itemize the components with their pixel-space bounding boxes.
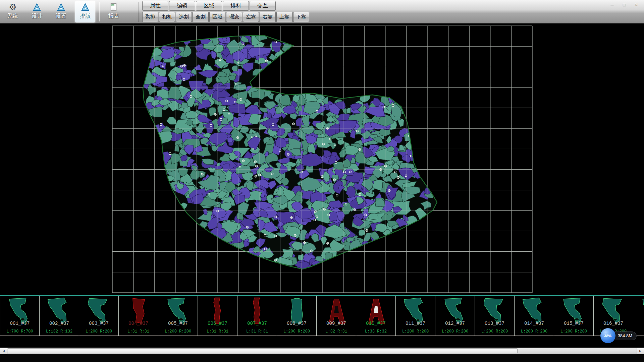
app-button-settings[interactable]: 设置 [51,1,71,22]
thumbnail-cell-002_#37[interactable]: 002_#37L:132 R:132 [40,296,79,336]
piece-lr-count: L:200 R:200 [396,329,435,334]
status-indicator: 38% 384.8M [600,328,637,343]
piece-name: 001_#37 [0,321,39,326]
action-button-snap-bottom[interactable]: 下靠 [293,12,309,22]
app-button-label: 系统 [7,13,18,20]
piece-lr-count: L:32 R:31 [317,329,356,334]
close-button[interactable]: ✕ [632,1,641,8]
progress-badge: 38% [600,328,615,343]
piece-name: 014_#37 [515,321,554,326]
thumbnail-cell-008_#37[interactable]: 008_#37L:200 R:200 [277,296,317,336]
h-scrollbar[interactable]: ◄ ► [0,348,644,354]
piece-name: 002_#37 [40,321,79,326]
piece-lr-count: L:200 R:200 [435,329,475,334]
minimize-button[interactable]: ─ [608,1,616,8]
thumbnail-cell-013_#37[interactable]: 013_#37L:200 R:200 [475,296,515,336]
thumbnail-cell-005_#37[interactable]: 005_#37L:200 R:200 [158,296,198,336]
action-bar: 聚排相机选割全割区域瑕疵左靠右靠上靠下靠 [142,12,309,22]
scroll-left-button[interactable]: ◄ [0,348,7,354]
titlebar: ⚙系统设计设置排版报表 属性编辑区域排料交互 聚排相机选割全割区域瑕疵左靠右靠上… [0,0,644,23]
app-button-system[interactable]: ⚙系统 [3,1,23,22]
action-button-defect[interactable]: 瑕疵 [226,12,242,22]
report-icon [110,2,118,12]
piece-lr-count: L:31 R:31 [237,329,277,334]
bottom-status-bar [0,354,644,362]
set-square-icon [56,2,66,12]
thumbnail-cell-007_#37[interactable]: 007_#37L:31 R:31 [237,296,277,336]
thumbnail-cell-012_#37[interactable]: 012_#37L:200 R:200 [435,296,475,336]
piece-name: 003_#37 [79,321,118,326]
thumbnail-cell-006_#37[interactable]: 006_#37L:31 R:31 [198,296,237,336]
menu-tabs: 属性编辑区域排料交互 [142,1,309,11]
thumbnail-cell-001_#37[interactable]: 001_#37L:700 R:700 [0,296,40,336]
main-canvas[interactable] [0,23,644,295]
action-button-select-cut[interactable]: 选割 [176,12,192,22]
gear-icon: ⚙ [9,2,16,12]
thumbnail-cell-004_#37[interactable]: 004_#37L:31 R:31 [119,296,158,336]
thumbnail-cell-009_#37[interactable]: 009_#37L:32 R:31 [317,296,356,336]
scroll-right-button[interactable]: ► [637,348,644,354]
action-button-snap-left[interactable]: 左靠 [243,12,259,22]
piece-name: 004_#37 [119,321,158,326]
action-button-camera[interactable]: 相机 [159,12,175,22]
thumbnail-cell-011_#37[interactable]: 011_#37L:200 R:200 [396,296,435,336]
piece-lr-count: L:31 R:31 [198,329,237,334]
ribbon: 属性编辑区域排料交互 聚排相机选割全割区域瑕疵左靠右靠上靠下靠 [142,1,309,22]
menu-tab-properties[interactable]: 属性 [142,1,168,11]
piece-name: 010_#37 [356,321,395,326]
action-button-region[interactable]: 区域 [209,12,225,22]
toolbar-divider-main [139,2,139,22]
thumbnail-cell-014_#37[interactable]: 014_#37L:200 R:200 [515,296,554,336]
maximize-button[interactable]: □ [620,1,629,8]
app-button-label: 排版 [80,13,91,20]
thumbnail-cell-015_#37[interactable]: 015_#37L:200 R:200 [554,296,594,336]
app-button-report[interactable]: 报表 [104,1,124,22]
piece-thumbnail [636,297,644,325]
piece-name: 013_#37 [475,321,514,326]
thumbnail-cell-003_#37[interactable]: 003_#37L:200 R:200 [79,296,119,336]
nesting-canvas-svg[interactable] [0,23,644,295]
piece-name: 012_#37 [435,321,475,326]
action-button-cluster-nest[interactable]: 聚排 [142,12,158,22]
piece-name: 007_#37 [237,321,277,326]
piece-name: 011_#37 [396,321,435,326]
piece-name: 009_#37 [317,321,356,326]
piece-lr-count: L:700 R:700 [0,329,39,334]
progress-value: 38% [604,334,611,338]
piece-lr-count: L:200 R:200 [515,329,554,334]
menu-tab-edit[interactable]: 编辑 [169,1,195,11]
action-button-snap-right[interactable]: 右靠 [260,12,276,22]
action-button-cut-all[interactable]: 全割 [193,12,209,22]
thumbnail-cell-010_#37[interactable]: 010_#37L:33 R:32 [356,296,396,336]
thumbnail-strip: 001_#37L:700 R:700002_#37L:132 R:132003_… [0,295,644,336]
piece-name: 008_#37 [277,321,316,326]
app-button-design[interactable]: 设计 [27,1,47,22]
menu-tab-region[interactable]: 区域 [196,1,222,11]
piece-lr-count: L:200 R:200 [79,329,118,334]
piece-lr-count: L:200 R:200 [277,329,316,334]
scroll-thumb[interactable] [8,348,518,353]
memory-value: 384.8M [618,333,632,338]
app-button-nesting[interactable]: 排版 [75,1,95,22]
menu-tab-interact[interactable]: 交互 [250,1,276,11]
canvas-grid [112,26,532,293]
piece-lr-count: L:132 R:132 [40,329,79,334]
piece-lr-count: L:33 R:32 [356,329,395,334]
piece-name: 006_#37 [198,321,237,326]
action-button-snap-top[interactable]: 上靠 [276,12,292,22]
app-toolbar: ⚙系统设计设置排版报表 [3,1,124,23]
piece-name: 016_#37 [594,321,633,326]
set-square-icon [32,2,42,12]
toolbar-divider [99,2,100,21]
piece-lr-count: L:200 R:200 [158,329,198,334]
app-button-label: 报表 [108,13,119,20]
piece-lr-count: L:200 R:200 [554,329,593,334]
piece-lr-count: L:31 R:31 [119,329,158,334]
piece-lr-count: L:200 R:200 [475,329,514,334]
window-controls: ─□✕ [608,1,641,8]
app-button-label: 设置 [56,13,66,20]
piece-name: 015_#37 [554,321,593,326]
set-square-icon [80,2,90,12]
app-button-label: 设计 [32,13,42,20]
menu-tab-material-nest[interactable]: 排料 [223,1,249,11]
